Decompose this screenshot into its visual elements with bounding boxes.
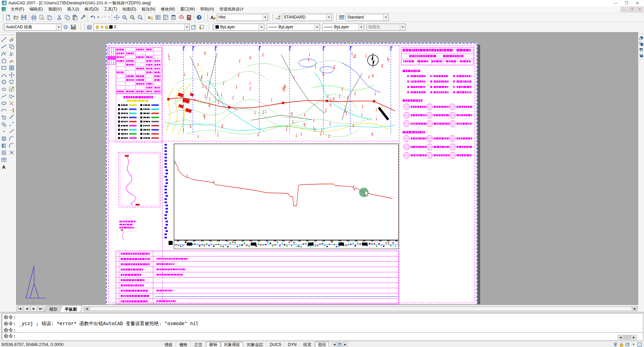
communication-center-icon[interactable]	[612, 342, 618, 347]
zoom-previous-icon[interactable]	[136, 13, 144, 21]
color-combo[interactable]: ByLayer▼	[214, 24, 264, 31]
plot-icon[interactable]	[30, 13, 38, 21]
matchprops-icon[interactable]	[79, 13, 87, 21]
command-input-line[interactable]: 命令:	[2, 333, 643, 341]
toolbar-grip[interactable]	[639, 33, 643, 34]
command-window-grip[interactable]	[0, 314, 2, 340]
insert-block-icon[interactable]	[0, 114, 8, 121]
toggle-对象捕捉[interactable]: 对象捕捉	[221, 342, 243, 347]
toolpalettes-icon[interactable]	[170, 13, 177, 21]
text-style-combo[interactable]: Hbz▼	[217, 14, 268, 21]
toggle-极轴[interactable]: 极轴	[206, 342, 220, 347]
copy-obj-icon[interactable]	[8, 43, 16, 50]
preview-icon[interactable]	[38, 13, 46, 21]
lock-icon[interactable]	[105, 25, 109, 29]
redo-dropdown-icon[interactable]: ▼	[108, 13, 111, 21]
ellipse-icon[interactable]	[0, 100, 8, 107]
menu-item-1[interactable]: 编辑(E)	[27, 6, 46, 13]
rectangle-icon[interactable]	[0, 64, 8, 71]
bulb-icon[interactable]	[95, 25, 99, 29]
chevron-down-icon[interactable]: ▼	[314, 24, 320, 30]
menu-item-6[interactable]: 绘图(D)	[120, 6, 139, 13]
chevron-down-icon[interactable]: ▼	[184, 24, 189, 30]
bring-above-icon[interactable]	[639, 47, 644, 53]
chevron-down-icon[interactable]: ▼	[262, 14, 268, 21]
undo-dropdown-icon[interactable]: ▼	[97, 13, 100, 21]
menu-item-10[interactable]: 帮助(H)	[198, 6, 217, 13]
toolbar-grip[interactable]	[9, 34, 14, 35]
region-icon[interactable]	[0, 149, 8, 156]
table-icon[interactable]	[0, 156, 8, 163]
cut-icon[interactable]	[56, 13, 63, 21]
toolbar-grip[interactable]	[1, 34, 7, 35]
tab-nav-0[interactable]: |◀	[17, 306, 23, 312]
join-icon[interactable]	[8, 128, 16, 135]
status-nav-buttons[interactable]: ◀ ▶	[331, 342, 348, 347]
chamfer-icon[interactable]	[8, 135, 16, 142]
toggle-线宽[interactable]: 线宽	[300, 342, 314, 347]
hatch-icon[interactable]	[0, 135, 8, 142]
chevron-down-icon[interactable]: ▼	[56, 24, 61, 30]
pan-icon[interactable]	[113, 13, 121, 21]
workspace-combo[interactable]: AutoCAD 经典▼	[4, 24, 62, 31]
chevron-down-icon[interactable]: ▼	[259, 24, 264, 30]
tab-平纵图[interactable]: 平纵图	[60, 306, 83, 312]
tablestyle-icon[interactable]	[338, 13, 346, 21]
new-icon[interactable]	[4, 13, 12, 21]
toggle-DUCS[interactable]: DUCS	[267, 342, 284, 347]
designcenter-icon[interactable]	[162, 13, 170, 21]
menu-item-8[interactable]: 修改(M)	[158, 6, 178, 13]
window-icon[interactable]	[337, 342, 342, 347]
toggle-栅格[interactable]: 栅格	[176, 342, 191, 347]
quickcalc-icon[interactable]	[185, 13, 193, 21]
layerprev-icon[interactable]	[198, 23, 205, 31]
drawing-canvas[interactable]	[16, 32, 638, 305]
scrollbar-thumb[interactable]	[623, 335, 631, 340]
toggle-对象追踪[interactable]: 对象追踪	[244, 342, 266, 347]
zoom-window-icon[interactable]	[128, 13, 136, 21]
mdi-minimize-button[interactable]: —	[621, 7, 628, 12]
chevron-down-icon[interactable]: ▼	[383, 14, 388, 21]
copy-icon[interactable]	[63, 13, 71, 21]
tab-nav-1[interactable]: ◀	[24, 306, 30, 312]
tab-nav-2[interactable]: ▶	[31, 306, 37, 312]
publish-icon[interactable]	[46, 13, 53, 21]
linetype-combo[interactable]: ByLayer▼	[267, 24, 320, 31]
dimstyle-icon[interactable]	[274, 13, 282, 21]
move-icon[interactable]	[8, 71, 16, 78]
scroll-left-arrow[interactable]: ◀	[84, 307, 89, 311]
line-icon[interactable]	[0, 36, 8, 43]
menu-item-2[interactable]: 视图(V)	[46, 6, 64, 13]
toggle-正交[interactable]: 正交	[191, 342, 205, 347]
toolbar-grip[interactable]	[211, 24, 213, 30]
find-icon[interactable]: A	[146, 13, 154, 21]
next-icon[interactable]: ▶	[343, 342, 348, 347]
toolbar-lock-icon[interactable]	[618, 342, 624, 347]
scroll-right-arrow[interactable]: ▶	[631, 335, 637, 340]
layout-paper-drawing[interactable]	[17, 33, 638, 305]
chevron-down-icon[interactable]: ▼	[326, 14, 331, 21]
toolbar-grip[interactable]	[206, 14, 208, 21]
polyline-icon[interactable]	[0, 50, 8, 57]
dim-style-combo[interactable]: STANDARD▼	[282, 14, 332, 21]
fillet-icon[interactable]	[8, 142, 16, 149]
scroll-left-arrow[interactable]: ◀	[618, 335, 623, 340]
command-scrollbar[interactable]: ◀ ▶	[617, 335, 637, 340]
open-icon[interactable]	[12, 13, 20, 21]
zoom-realtime-icon[interactable]	[121, 13, 128, 21]
command-history[interactable]: 命令:命令: _yczj ; 错误: *error* 函数中出错AutoCAD …	[2, 313, 643, 333]
array-icon[interactable]	[8, 64, 16, 71]
mdi-close-button[interactable]: ✕	[636, 7, 643, 12]
send-under-icon[interactable]	[639, 53, 644, 58]
close-button[interactable]: ✕	[632, 0, 643, 6]
toolbar-grip[interactable]	[2, 24, 3, 30]
arc-icon[interactable]	[0, 71, 8, 78]
scroll-right-arrow[interactable]: ▶	[632, 307, 638, 311]
lineweight-combo[interactable]: ByLayer▼	[322, 24, 364, 31]
xline-icon[interactable]	[0, 43, 8, 50]
prev-icon[interactable]: ◀	[332, 342, 337, 347]
mdi-restore-button[interactable]: ❐	[628, 7, 636, 12]
mtext-icon[interactable]: A	[0, 163, 8, 170]
workspace-settings-icon[interactable]	[62, 23, 69, 31]
horizontal-scrollbar[interactable]: ◀ ▶	[84, 306, 638, 311]
